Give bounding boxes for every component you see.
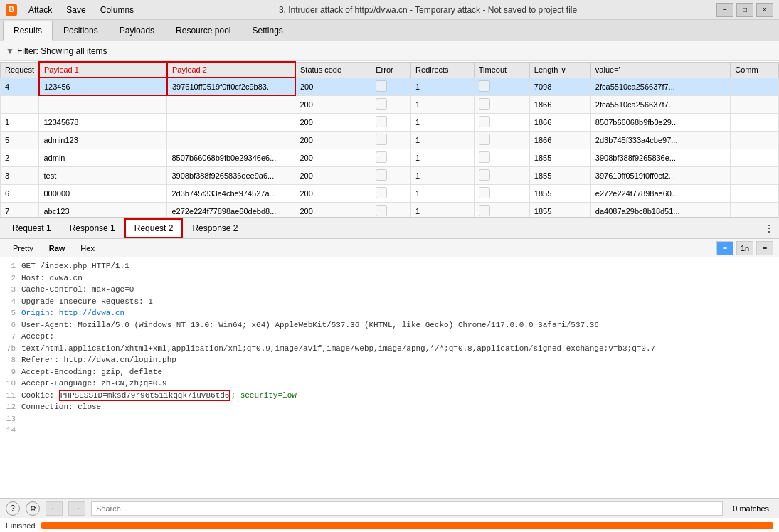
tab-raw[interactable]: Raw — [42, 242, 73, 255]
tab-settings[interactable]: Settings — [241, 21, 293, 40]
col-header-request[interactable]: Request — [1, 62, 39, 78]
table-row[interactable]: 200 1 1866 2fca5510ca256637f7... — [1, 95, 779, 113]
progress-fill — [41, 522, 773, 529]
cell-status: 200 — [295, 78, 371, 95]
settings-button[interactable]: ⚙ — [26, 501, 40, 516]
cell-payload1: test — [39, 166, 167, 184]
maximize-button[interactable]: □ — [736, 3, 753, 17]
cell-error — [371, 149, 411, 166]
forward-button[interactable]: → — [68, 501, 85, 516]
line-number: 13 — [6, 413, 16, 425]
table-row[interactable]: 2 admin 8507b66068b9fb0e29346e6... 200 1… — [1, 149, 779, 166]
results-table: Request Payload 1 Payload 2 Status code … — [0, 61, 779, 218]
menu-save[interactable]: Save — [60, 4, 91, 16]
code-line: 3Cache-Control: max-age=0 — [6, 284, 773, 296]
cell-status: 200 — [295, 149, 371, 166]
tab-pretty[interactable]: Pretty — [6, 242, 41, 255]
menu-attack[interactable]: Attack — [23, 4, 58, 16]
tab-response1[interactable]: Response 1 — [60, 219, 124, 238]
table-row[interactable]: 1 12345678 200 1 1866 8507b66068b9fb0e29… — [1, 113, 779, 131]
cell-status: 200 — [295, 166, 371, 184]
word-wrap-button[interactable]: ≡ — [716, 241, 733, 255]
col-header-value[interactable]: value=' — [590, 62, 730, 78]
col-header-error[interactable]: Error — [371, 62, 411, 78]
col-header-redirects[interactable]: Redirects — [411, 62, 475, 78]
cookie-security: ; security=low — [230, 391, 296, 400]
cell-payload2: 397610ff0519f0ff0cf2c9b83... — [167, 78, 295, 95]
tab-hex[interactable]: Hex — [73, 242, 102, 255]
code-line: 2Host: dvwa.cn — [6, 272, 773, 284]
app-icon: B — [6, 4, 17, 16]
cell-error — [371, 95, 411, 113]
table-row[interactable]: 3 test 3908bf388f9265836eee9a6... 200 1 … — [1, 166, 779, 184]
tab-response2[interactable]: Response 2 — [183, 219, 247, 238]
cell-error — [371, 113, 411, 131]
cell-error — [371, 78, 411, 95]
code-line: 11Cookie: PHPSESSID=mksd79r96t511kqqk7iu… — [6, 390, 773, 402]
cell-redirects: 1 — [411, 113, 475, 131]
tab-request2[interactable]: Request 2 — [124, 218, 184, 238]
view-tab-bar: Pretty Raw Hex ≡ 1n ≡ — [0, 239, 779, 257]
more-view-button[interactable]: ≡ — [756, 241, 773, 255]
line-number: 4 — [6, 296, 16, 308]
line-number: 1 — [6, 260, 16, 272]
window-controls: − □ × — [716, 3, 773, 17]
line-number: 9 — [6, 366, 16, 378]
tab-resource-pool[interactable]: Resource pool — [165, 21, 241, 40]
cell-status: 200 — [295, 184, 371, 202]
tab-request1[interactable]: Request 1 — [3, 219, 60, 238]
col-header-status[interactable]: Status code — [295, 62, 371, 78]
cell-payload2 — [167, 95, 295, 113]
cell-comm — [731, 78, 779, 95]
cell-value: 397610ff0519f0ff0cf2... — [590, 166, 730, 184]
col-header-comm[interactable]: Comm — [731, 62, 779, 78]
results-table-container[interactable]: Request Payload 1 Payload 2 Status code … — [0, 61, 779, 218]
line-numbers-button[interactable]: 1n — [736, 241, 753, 255]
col-header-timeout[interactable]: Timeout — [474, 62, 529, 78]
cookie-highlight: PHPSESSID=mksd79r96t511kqqk7iuv86td6 — [59, 390, 231, 401]
col-header-payload1[interactable]: Payload 1 — [39, 62, 167, 78]
req-resp-tab-bar: Request 1 Response 1 Request 2 Response … — [0, 218, 779, 239]
table-row[interactable]: 6 000000 2d3b745f333a4cbe974527a... 200 … — [1, 184, 779, 202]
cell-request: 5 — [1, 131, 39, 149]
cell-value: da4087a29bc8b18d51... — [590, 202, 730, 218]
line-content: Origin: http://dvwa.cn — [21, 307, 124, 319]
more-options-button[interactable]: ⋮ — [765, 223, 773, 233]
minimize-button[interactable]: − — [716, 3, 733, 17]
window-title: 3. Intruder attack of http://dvwa.cn - T… — [279, 5, 577, 15]
cell-comm — [731, 149, 779, 166]
code-line: 6User-Agent: Mozilla/5.0 (Windows NT 10.… — [6, 319, 773, 331]
cell-status: 200 — [295, 95, 371, 113]
code-line: 4Upgrade-Insecure-Requests: 1 — [6, 296, 773, 308]
col-header-length[interactable]: Length ∨ — [529, 62, 590, 78]
code-line: 5Origin: http://dvwa.cn — [6, 307, 773, 319]
help-button[interactable]: ? — [6, 501, 20, 516]
tab-positions[interactable]: Positions — [53, 21, 109, 40]
code-area[interactable]: 1GET /index.php HTTP/1.12Host: dvwa.cn3C… — [0, 257, 779, 498]
search-input[interactable] — [91, 501, 723, 516]
cell-length: 1855 — [529, 166, 590, 184]
filter-bar: ▼ Filter: Showing all items — [0, 41, 779, 61]
tab-payloads[interactable]: Payloads — [109, 21, 165, 40]
menu-columns[interactable]: Columns — [95, 4, 139, 16]
col-header-payload2[interactable]: Payload 2 — [167, 62, 295, 78]
cell-value: 8507b66068b9fb0e29... — [590, 113, 730, 131]
table-row[interactable]: 5 admin123 200 1 1866 2d3b745f333a4cbe97… — [1, 131, 779, 149]
line-number: 6 — [6, 319, 16, 331]
cell-payload1: admin123 — [39, 131, 167, 149]
cell-request — [1, 95, 39, 113]
cell-timeout — [474, 131, 529, 149]
tab-results[interactable]: Results — [3, 21, 53, 41]
close-button[interactable]: × — [756, 3, 773, 17]
cell-payload2: 8507b66068b9fb0e29346e6... — [167, 149, 295, 166]
cell-error — [371, 166, 411, 184]
cell-redirects: 1 — [411, 184, 475, 202]
cell-value: 2fca5510ca256637f7... — [590, 78, 730, 95]
line-number: 10 — [6, 378, 16, 390]
table-row[interactable]: 4 123456 397610ff0519f0ff0cf2c9b83... 20… — [1, 78, 779, 95]
code-line: 9Accept-Encoding: gzip, deflate — [6, 366, 773, 378]
table-row[interactable]: 7 abc123 e272e224f77898ae60debd8... 200 … — [1, 202, 779, 218]
back-button[interactable]: ← — [46, 501, 63, 516]
cell-request: 7 — [1, 202, 39, 218]
cell-payload1: 123456 — [39, 78, 167, 95]
